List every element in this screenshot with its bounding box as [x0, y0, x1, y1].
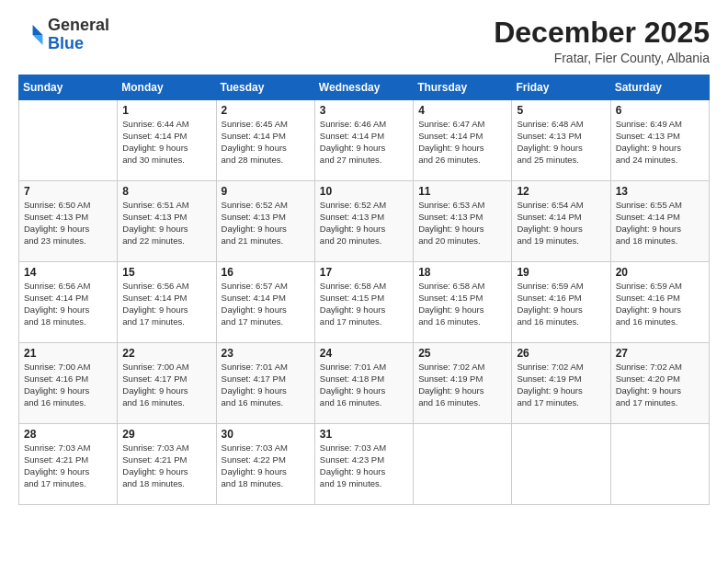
table-row: 1Sunrise: 6:44 AMSunset: 4:14 PMDaylight… [118, 100, 216, 181]
table-row: 15Sunrise: 6:56 AMSunset: 4:14 PMDayligh… [118, 262, 216, 343]
day-number: 31 [320, 428, 408, 441]
table-row: 28Sunrise: 7:03 AMSunset: 4:21 PMDayligh… [19, 424, 118, 505]
table-row: 26Sunrise: 7:02 AMSunset: 4:19 PMDayligh… [512, 343, 610, 424]
logo-icon [18, 22, 44, 48]
day-info: Sunrise: 7:00 AMSunset: 4:16 PMDaylight:… [24, 362, 112, 408]
table-row: 23Sunrise: 7:01 AMSunset: 4:17 PMDayligh… [216, 343, 314, 424]
day-number: 3 [320, 104, 408, 117]
calendar-header-row: Sunday Monday Tuesday Wednesday Thursday… [19, 75, 710, 100]
day-info: Sunrise: 7:03 AMSunset: 4:22 PMDaylight:… [222, 442, 310, 489]
table-row: 17Sunrise: 6:58 AMSunset: 4:15 PMDayligh… [314, 262, 413, 343]
day-info: Sunrise: 6:45 AMSunset: 4:14 PMDaylight:… [222, 119, 310, 166]
day-info: Sunrise: 6:46 AMSunset: 4:14 PMDaylight:… [320, 119, 408, 166]
table-row: 4Sunrise: 6:47 AMSunset: 4:14 PMDaylight… [414, 100, 512, 181]
day-number: 27 [616, 347, 704, 360]
table-row: 21Sunrise: 7:00 AMSunset: 4:16 PMDayligh… [19, 343, 118, 424]
day-number: 24 [320, 347, 408, 360]
table-row [610, 424, 709, 505]
day-info: Sunrise: 6:48 AMSunset: 4:13 PMDaylight:… [517, 119, 605, 166]
day-info: Sunrise: 6:54 AMSunset: 4:14 PMDaylight:… [517, 200, 605, 247]
table-row: 19Sunrise: 6:59 AMSunset: 4:16 PMDayligh… [512, 262, 610, 343]
table-row: 11Sunrise: 6:53 AMSunset: 4:13 PMDayligh… [414, 181, 512, 262]
day-info: Sunrise: 7:02 AMSunset: 4:19 PMDaylight:… [418, 362, 506, 408]
day-info: Sunrise: 6:56 AMSunset: 4:14 PMDaylight:… [24, 281, 112, 327]
table-row: 18Sunrise: 6:58 AMSunset: 4:15 PMDayligh… [414, 262, 512, 343]
calendar-week-row: 7Sunrise: 6:50 AMSunset: 4:13 PMDaylight… [19, 181, 710, 262]
day-number: 22 [122, 347, 210, 360]
day-number: 9 [222, 185, 310, 198]
table-row: 3Sunrise: 6:46 AMSunset: 4:14 PMDaylight… [314, 100, 413, 181]
day-number: 1 [122, 104, 210, 117]
logo-general: General [48, 16, 109, 34]
day-number: 8 [122, 185, 210, 198]
day-number: 15 [122, 266, 210, 279]
day-info: Sunrise: 6:55 AMSunset: 4:14 PMDaylight:… [616, 200, 704, 247]
table-row: 24Sunrise: 7:01 AMSunset: 4:18 PMDayligh… [314, 343, 413, 424]
table-row: 6Sunrise: 6:49 AMSunset: 4:13 PMDaylight… [610, 100, 709, 181]
day-number: 26 [517, 347, 605, 360]
day-info: Sunrise: 6:47 AMSunset: 4:14 PMDaylight:… [418, 119, 506, 166]
table-row: 5Sunrise: 6:48 AMSunset: 4:13 PMDaylight… [512, 100, 610, 181]
calendar-week-row: 21Sunrise: 7:00 AMSunset: 4:16 PMDayligh… [19, 343, 710, 424]
day-info: Sunrise: 6:52 AMSunset: 4:13 PMDaylight:… [222, 200, 310, 247]
table-row: 14Sunrise: 6:56 AMSunset: 4:14 PMDayligh… [19, 262, 118, 343]
col-saturday: Saturday [610, 75, 709, 100]
day-info: Sunrise: 6:58 AMSunset: 4:15 PMDaylight:… [320, 281, 408, 327]
title-area: December 2025 Fratar, Fier County, Alban… [494, 17, 710, 65]
col-monday: Monday [118, 75, 216, 100]
table-row: 2Sunrise: 6:45 AMSunset: 4:14 PMDaylight… [216, 100, 314, 181]
day-info: Sunrise: 6:53 AMSunset: 4:13 PMDaylight:… [418, 200, 506, 247]
col-tuesday: Tuesday [216, 75, 314, 100]
day-info: Sunrise: 6:59 AMSunset: 4:16 PMDaylight:… [616, 281, 704, 327]
day-info: Sunrise: 7:03 AMSunset: 4:21 PMDaylight:… [24, 442, 112, 489]
day-number: 19 [517, 266, 605, 279]
day-number: 16 [222, 266, 310, 279]
table-row: 16Sunrise: 6:57 AMSunset: 4:14 PMDayligh… [216, 262, 314, 343]
day-number: 13 [616, 185, 704, 198]
table-row: 12Sunrise: 6:54 AMSunset: 4:14 PMDayligh… [512, 181, 610, 262]
day-info: Sunrise: 6:49 AMSunset: 4:13 PMDaylight:… [616, 119, 704, 166]
svg-marker-1 [33, 35, 43, 45]
day-number: 21 [24, 347, 112, 360]
table-row: 10Sunrise: 6:52 AMSunset: 4:13 PMDayligh… [314, 181, 413, 262]
day-number: 18 [418, 266, 506, 279]
day-info: Sunrise: 7:01 AMSunset: 4:18 PMDaylight:… [320, 362, 408, 408]
table-row: 27Sunrise: 7:02 AMSunset: 4:20 PMDayligh… [610, 343, 709, 424]
day-info: Sunrise: 6:59 AMSunset: 4:16 PMDaylight:… [517, 281, 605, 327]
day-info: Sunrise: 7:03 AMSunset: 4:21 PMDaylight:… [122, 442, 210, 489]
table-row [512, 424, 610, 505]
col-wednesday: Wednesday [314, 75, 413, 100]
table-row: 7Sunrise: 6:50 AMSunset: 4:13 PMDaylight… [19, 181, 118, 262]
day-number: 30 [222, 428, 310, 441]
table-row [414, 424, 512, 505]
day-number: 5 [517, 104, 605, 117]
day-info: Sunrise: 6:56 AMSunset: 4:14 PMDaylight:… [122, 281, 210, 327]
calendar-week-row: 1Sunrise: 6:44 AMSunset: 4:14 PMDaylight… [19, 100, 710, 181]
day-info: Sunrise: 6:44 AMSunset: 4:14 PMDaylight:… [122, 119, 210, 166]
calendar-week-row: 28Sunrise: 7:03 AMSunset: 4:21 PMDayligh… [19, 424, 710, 505]
col-friday: Friday [512, 75, 610, 100]
day-number: 4 [418, 104, 506, 117]
table-row: 30Sunrise: 7:03 AMSunset: 4:22 PMDayligh… [216, 424, 314, 505]
day-info: Sunrise: 7:01 AMSunset: 4:17 PMDaylight:… [222, 362, 310, 408]
day-number: 17 [320, 266, 408, 279]
day-number: 25 [418, 347, 506, 360]
logo: General Blue [18, 17, 109, 53]
table-row: 20Sunrise: 6:59 AMSunset: 4:16 PMDayligh… [610, 262, 709, 343]
day-number: 2 [222, 104, 310, 117]
day-number: 11 [418, 185, 506, 198]
day-number: 7 [24, 185, 112, 198]
day-number: 6 [616, 104, 704, 117]
col-thursday: Thursday [414, 75, 512, 100]
day-number: 23 [222, 347, 310, 360]
table-row: 31Sunrise: 7:03 AMSunset: 4:23 PMDayligh… [314, 424, 413, 505]
day-info: Sunrise: 7:02 AMSunset: 4:20 PMDaylight:… [616, 362, 704, 408]
location: Fratar, Fier County, Albania [494, 51, 710, 65]
day-number: 28 [24, 428, 112, 441]
table-row: 22Sunrise: 7:00 AMSunset: 4:17 PMDayligh… [118, 343, 216, 424]
svg-marker-0 [33, 25, 43, 35]
table-row: 8Sunrise: 6:51 AMSunset: 4:13 PMDaylight… [118, 181, 216, 262]
day-number: 12 [517, 185, 605, 198]
day-info: Sunrise: 7:03 AMSunset: 4:23 PMDaylight:… [320, 442, 408, 489]
day-info: Sunrise: 6:57 AMSunset: 4:14 PMDaylight:… [222, 281, 310, 327]
